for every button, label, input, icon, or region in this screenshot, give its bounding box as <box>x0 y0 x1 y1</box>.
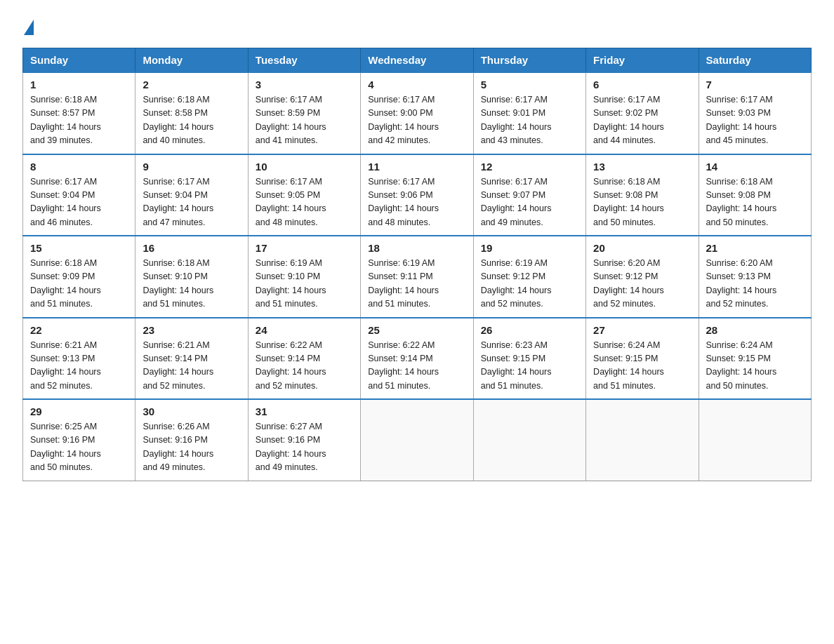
calendar-day-cell: 30Sunrise: 6:26 AMSunset: 9:16 PMDayligh… <box>135 399 248 481</box>
calendar-day-cell: 31Sunrise: 6:27 AMSunset: 9:16 PMDayligh… <box>248 399 360 481</box>
day-info: Sunrise: 6:17 AMSunset: 9:00 PMDaylight:… <box>368 93 465 148</box>
day-number: 9 <box>143 161 240 173</box>
calendar-day-cell <box>699 399 811 481</box>
day-number: 30 <box>143 405 240 417</box>
calendar-day-cell <box>586 399 699 481</box>
logo-triangle-icon <box>24 20 34 35</box>
calendar-header-tuesday: Tuesday <box>248 48 360 73</box>
calendar-header-sunday: Sunday <box>23 48 135 73</box>
day-info: Sunrise: 6:27 AMSunset: 9:16 PMDaylight:… <box>256 420 353 475</box>
calendar-day-cell: 16Sunrise: 6:18 AMSunset: 9:10 PMDayligh… <box>135 236 248 318</box>
day-number: 19 <box>481 242 578 254</box>
day-number: 11 <box>368 161 465 173</box>
day-number: 5 <box>481 79 578 90</box>
day-number: 29 <box>30 405 128 417</box>
calendar-header-thursday: Thursday <box>473 48 585 73</box>
day-info: Sunrise: 6:17 AMSunset: 9:07 PMDaylight:… <box>481 175 578 230</box>
calendar-week-row: 1Sunrise: 6:18 AMSunset: 8:57 PMDaylight… <box>23 72 812 154</box>
calendar-day-cell: 21Sunrise: 6:20 AMSunset: 9:13 PMDayligh… <box>699 236 811 318</box>
calendar-day-cell: 28Sunrise: 6:24 AMSunset: 9:15 PMDayligh… <box>699 318 811 400</box>
day-number: 4 <box>368 79 465 90</box>
calendar-header-wednesday: Wednesday <box>361 48 473 73</box>
day-info: Sunrise: 6:19 AMSunset: 9:12 PMDaylight:… <box>481 257 578 311</box>
day-info: Sunrise: 6:17 AMSunset: 9:04 PMDaylight:… <box>30 175 128 230</box>
calendar-day-cell: 12Sunrise: 6:17 AMSunset: 9:07 PMDayligh… <box>473 154 585 236</box>
day-info: Sunrise: 6:17 AMSunset: 9:06 PMDaylight:… <box>368 175 465 230</box>
calendar-day-cell: 11Sunrise: 6:17 AMSunset: 9:06 PMDayligh… <box>361 154 473 236</box>
day-info: Sunrise: 6:20 AMSunset: 9:13 PMDaylight:… <box>706 257 804 311</box>
day-number: 2 <box>143 79 240 90</box>
calendar-table: SundayMondayTuesdayWednesdayThursdayFrid… <box>22 48 812 481</box>
day-info: Sunrise: 6:24 AMSunset: 9:15 PMDaylight:… <box>706 339 804 394</box>
day-info: Sunrise: 6:19 AMSunset: 9:10 PMDaylight:… <box>256 257 353 311</box>
day-info: Sunrise: 6:17 AMSunset: 9:04 PMDaylight:… <box>143 175 240 230</box>
calendar-day-cell: 18Sunrise: 6:19 AMSunset: 9:11 PMDayligh… <box>361 236 473 318</box>
day-number: 23 <box>143 324 240 336</box>
day-number: 14 <box>706 161 804 173</box>
calendar-week-row: 15Sunrise: 6:18 AMSunset: 9:09 PMDayligh… <box>23 236 812 318</box>
day-info: Sunrise: 6:26 AMSunset: 9:16 PMDaylight:… <box>143 420 240 475</box>
page-header <box>22 17 812 34</box>
day-info: Sunrise: 6:25 AMSunset: 9:16 PMDaylight:… <box>30 420 128 475</box>
day-info: Sunrise: 6:17 AMSunset: 8:59 PMDaylight:… <box>256 93 353 148</box>
day-number: 7 <box>706 79 804 90</box>
day-number: 16 <box>143 242 240 254</box>
day-number: 21 <box>706 242 804 254</box>
day-number: 25 <box>368 324 465 336</box>
calendar-day-cell: 7Sunrise: 6:17 AMSunset: 9:03 PMDaylight… <box>699 72 811 154</box>
calendar-header-monday: Monday <box>135 48 248 73</box>
day-info: Sunrise: 6:18 AMSunset: 8:58 PMDaylight:… <box>143 93 240 148</box>
day-number: 17 <box>256 242 353 254</box>
logo <box>22 17 34 34</box>
day-info: Sunrise: 6:22 AMSunset: 9:14 PMDaylight:… <box>256 339 353 394</box>
day-info: Sunrise: 6:24 AMSunset: 9:15 PMDaylight:… <box>593 339 691 394</box>
day-info: Sunrise: 6:21 AMSunset: 9:14 PMDaylight:… <box>143 339 240 394</box>
calendar-day-cell: 23Sunrise: 6:21 AMSunset: 9:14 PMDayligh… <box>135 318 248 400</box>
calendar-day-cell: 4Sunrise: 6:17 AMSunset: 9:00 PMDaylight… <box>361 72 473 154</box>
calendar-header-row: SundayMondayTuesdayWednesdayThursdayFrid… <box>23 48 812 73</box>
day-info: Sunrise: 6:18 AMSunset: 9:09 PMDaylight:… <box>30 257 128 311</box>
day-number: 18 <box>368 242 465 254</box>
day-number: 10 <box>256 161 353 173</box>
calendar-day-cell: 8Sunrise: 6:17 AMSunset: 9:04 PMDaylight… <box>23 154 135 236</box>
calendar-day-cell: 17Sunrise: 6:19 AMSunset: 9:10 PMDayligh… <box>248 236 360 318</box>
day-number: 6 <box>593 79 691 90</box>
day-number: 8 <box>30 161 128 173</box>
calendar-week-row: 8Sunrise: 6:17 AMSunset: 9:04 PMDaylight… <box>23 154 812 236</box>
day-info: Sunrise: 6:18 AMSunset: 8:57 PMDaylight:… <box>30 93 128 148</box>
calendar-day-cell: 6Sunrise: 6:17 AMSunset: 9:02 PMDaylight… <box>586 72 699 154</box>
calendar-day-cell: 29Sunrise: 6:25 AMSunset: 9:16 PMDayligh… <box>23 399 135 481</box>
calendar-day-cell: 9Sunrise: 6:17 AMSunset: 9:04 PMDaylight… <box>135 154 248 236</box>
calendar-day-cell: 10Sunrise: 6:17 AMSunset: 9:05 PMDayligh… <box>248 154 360 236</box>
calendar-day-cell: 26Sunrise: 6:23 AMSunset: 9:15 PMDayligh… <box>473 318 585 400</box>
calendar-week-row: 29Sunrise: 6:25 AMSunset: 9:16 PMDayligh… <box>23 399 812 481</box>
calendar-day-cell: 19Sunrise: 6:19 AMSunset: 9:12 PMDayligh… <box>473 236 585 318</box>
day-number: 24 <box>256 324 353 336</box>
day-number: 26 <box>481 324 578 336</box>
day-info: Sunrise: 6:17 AMSunset: 9:03 PMDaylight:… <box>706 93 804 148</box>
day-number: 13 <box>593 161 691 173</box>
calendar-day-cell: 1Sunrise: 6:18 AMSunset: 8:57 PMDaylight… <box>23 72 135 154</box>
day-info: Sunrise: 6:18 AMSunset: 9:08 PMDaylight:… <box>706 175 804 230</box>
calendar-day-cell: 2Sunrise: 6:18 AMSunset: 8:58 PMDaylight… <box>135 72 248 154</box>
calendar-day-cell: 25Sunrise: 6:22 AMSunset: 9:14 PMDayligh… <box>361 318 473 400</box>
day-info: Sunrise: 6:21 AMSunset: 9:13 PMDaylight:… <box>30 339 128 394</box>
day-info: Sunrise: 6:22 AMSunset: 9:14 PMDaylight:… <box>368 339 465 394</box>
calendar-header-friday: Friday <box>586 48 699 73</box>
day-number: 27 <box>593 324 691 336</box>
calendar-day-cell: 24Sunrise: 6:22 AMSunset: 9:14 PMDayligh… <box>248 318 360 400</box>
day-info: Sunrise: 6:17 AMSunset: 9:01 PMDaylight:… <box>481 93 578 148</box>
day-info: Sunrise: 6:20 AMSunset: 9:12 PMDaylight:… <box>593 257 691 311</box>
day-info: Sunrise: 6:23 AMSunset: 9:15 PMDaylight:… <box>481 339 578 394</box>
calendar-day-cell <box>361 399 473 481</box>
day-number: 15 <box>30 242 128 254</box>
calendar-day-cell <box>473 399 585 481</box>
calendar-day-cell: 5Sunrise: 6:17 AMSunset: 9:01 PMDaylight… <box>473 72 585 154</box>
day-number: 31 <box>256 405 353 417</box>
calendar-day-cell: 3Sunrise: 6:17 AMSunset: 8:59 PMDaylight… <box>248 72 360 154</box>
calendar-header-saturday: Saturday <box>699 48 811 73</box>
day-number: 1 <box>30 79 128 90</box>
day-info: Sunrise: 6:17 AMSunset: 9:02 PMDaylight:… <box>593 93 691 148</box>
day-info: Sunrise: 6:18 AMSunset: 9:08 PMDaylight:… <box>593 175 691 230</box>
day-info: Sunrise: 6:18 AMSunset: 9:10 PMDaylight:… <box>143 257 240 311</box>
